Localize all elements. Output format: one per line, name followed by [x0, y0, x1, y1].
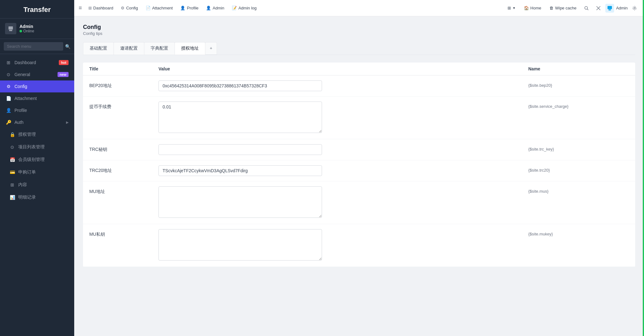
row-name-trc-key: {$site.trc_key}	[528, 144, 629, 151]
textarea-service-charge[interactable]: 0.01	[158, 102, 322, 133]
sidebar-item-dashboard[interactable]: ⊞ Dashboard hot	[0, 57, 74, 69]
textarea-mu-key[interactable]	[158, 229, 322, 261]
tab-add-button[interactable]: +	[205, 42, 217, 55]
topbar-grid-menu[interactable]: ⊞ ▼	[504, 4, 519, 12]
col-name: Name	[528, 66, 629, 71]
sidebar-user: Admin Online	[0, 19, 74, 39]
svg-line-3	[587, 9, 589, 10]
topbar-attachment[interactable]: 📄 Attachment	[142, 4, 176, 12]
table-row: BEP20地址 {$site.bep20}	[83, 75, 635, 96]
sidebar-item-label: 项目列表管理	[18, 144, 69, 150]
topbar-home-label: Home	[530, 6, 541, 10]
topbar-attachment-icon: 📄	[146, 6, 151, 10]
sidebar-item-member-level[interactable]: 📅 会员级别管理	[0, 153, 74, 166]
app-title: Transfer	[0, 0, 74, 19]
topbar-settings-btn[interactable]	[630, 3, 640, 13]
topbar-close-btn[interactable]	[593, 3, 603, 13]
topbar-admin-name: Admin	[616, 6, 628, 10]
dashboard-icon: ⊞	[6, 60, 11, 65]
sidebar-item-detail-log[interactable]: 📊 明细记录	[0, 191, 74, 204]
tab-basic[interactable]: 基础配置	[83, 42, 114, 55]
row-value-trc20[interactable]	[158, 165, 528, 176]
topbar: ≡ ⊞ Dashboard ⚙ Config 📄 Attachment 👤 Pr…	[74, 0, 644, 16]
row-label-bep20: BEP20地址	[89, 80, 158, 89]
admin-avatar	[605, 4, 614, 13]
topbar-admin-log-icon: 📝	[232, 6, 237, 10]
topbar-config[interactable]: ⚙ Config	[118, 4, 141, 12]
status-label: Online	[23, 29, 34, 33]
attachment-icon: 📄	[6, 96, 11, 101]
topbar-admin-log[interactable]: 📝 Admin log	[229, 4, 260, 12]
row-label-trc-key: TRC秘钥	[89, 144, 158, 152]
topbar-profile-label: Profile	[187, 6, 198, 10]
search-input[interactable]	[4, 42, 63, 51]
input-bep20[interactable]	[158, 80, 322, 91]
row-value-mu-address[interactable]	[158, 186, 528, 219]
content-icon: ⊞	[9, 182, 15, 187]
config-icon: ⚙	[6, 84, 11, 89]
member-icon: 📅	[9, 157, 15, 162]
topbar-admin-icon: 👤	[206, 6, 211, 10]
col-value: Value	[158, 66, 528, 71]
row-value-bep20[interactable]	[158, 80, 528, 91]
table-row: TRC20地址 {$site.trc20}	[83, 160, 635, 181]
sidebar-nav: ⊞ Dashboard hot ⊙ General new ⚙ Config 📄…	[0, 54, 74, 336]
avatar	[5, 23, 16, 34]
tab-invite[interactable]: 邀请配置	[114, 42, 144, 55]
topbar-config-icon: ⚙	[121, 6, 125, 10]
sidebar-item-auth[interactable]: 🔑 Auth ▶	[0, 116, 74, 128]
tab-dictionary[interactable]: 字典配置	[144, 42, 175, 55]
row-label-mu-address: MU地址	[89, 186, 158, 195]
row-value-mu-key[interactable]	[158, 229, 528, 262]
input-trc20[interactable]	[158, 165, 322, 176]
topbar-attachment-label: Attachment	[152, 6, 173, 10]
sidebar-item-subscription[interactable]: 💳 申购订单	[0, 166, 74, 179]
sidebar-item-label: 授权管理	[18, 132, 69, 137]
sidebar-item-profile[interactable]: 👤 Profile	[0, 104, 74, 116]
topbar-search-btn[interactable]	[581, 3, 591, 13]
svg-rect-0	[8, 26, 13, 30]
sidebar-item-label: Attachment	[14, 96, 69, 101]
main-area: ≡ ⊞ Dashboard ⚙ Config 📄 Attachment 👤 Pr…	[74, 0, 644, 336]
config-table-header: Title Value Name	[83, 63, 635, 75]
search-icon[interactable]: 🔍	[65, 44, 70, 49]
svg-rect-6	[608, 6, 612, 9]
detail-log-icon: 📊	[9, 195, 15, 200]
sidebar-item-attachment[interactable]: 📄 Attachment	[0, 92, 74, 104]
subscription-icon: 💳	[9, 170, 15, 175]
profile-icon: 👤	[6, 108, 11, 113]
grid-icon: ⊞	[508, 6, 511, 10]
chevron-down-icon: ▼	[513, 6, 516, 10]
sidebar: Transfer Admin Online 🔍 ⊞ Dashboard hot …	[0, 0, 74, 336]
config-tabs: 基础配置 邀请配置 字典配置 授权地址 +	[83, 42, 635, 55]
row-value-trc-key[interactable]	[158, 144, 528, 155]
tab-auth-address[interactable]: 授权地址	[175, 42, 205, 55]
home-icon: 🏠	[524, 6, 529, 10]
sidebar-item-label: Dashboard	[14, 60, 59, 65]
config-table: Title Value Name BEP20地址 {$site.bep20} 提…	[83, 63, 635, 267]
topbar-profile[interactable]: 👤 Profile	[177, 4, 202, 12]
sidebar-item-general[interactable]: ⊙ General new	[0, 69, 74, 80]
row-value-service-charge[interactable]: 0.01	[158, 102, 528, 134]
svg-rect-7	[608, 9, 611, 10]
sidebar-search[interactable]: 🔍	[0, 39, 74, 54]
row-name-mu-address: {$site.mus}	[528, 186, 629, 194]
row-name-service-charge: {$site.service_charge}	[528, 102, 629, 109]
topbar-home[interactable]: 🏠 Home	[521, 4, 545, 12]
status-dot	[19, 30, 22, 32]
topbar-dashboard[interactable]: ⊞ Dashboard	[85, 4, 117, 12]
wipe-cache-icon: 🗑	[549, 6, 553, 10]
textarea-mu-address[interactable]	[158, 186, 322, 218]
input-trc-key[interactable]	[158, 144, 322, 155]
hamburger-icon[interactable]: ≡	[79, 5, 82, 11]
sidebar-item-content[interactable]: ⊞ 内容	[0, 179, 74, 191]
row-label-service-charge: 提币手续费	[89, 102, 158, 110]
sidebar-item-auth-mgmt[interactable]: 🔒 授权管理	[0, 128, 74, 141]
auth-mgmt-icon: 🔒	[9, 132, 15, 137]
col-title: Title	[89, 66, 158, 71]
topbar-wipe-cache[interactable]: 🗑 Wipe cache	[546, 4, 580, 12]
sidebar-item-config[interactable]: ⚙ Config	[0, 80, 74, 92]
topbar-admin[interactable]: 👤 Admin	[203, 4, 227, 12]
sidebar-item-label: 内容	[18, 182, 69, 188]
sidebar-item-project-list[interactable]: ⊙ 项目列表管理	[0, 141, 74, 153]
